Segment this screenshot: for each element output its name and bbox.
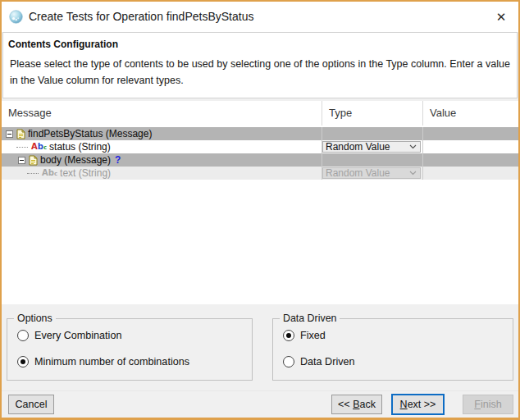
question-mark-badge: ?: [115, 154, 121, 166]
chevron-down-icon: [409, 171, 417, 176]
next-button[interactable]: Next >>: [391, 394, 445, 415]
description-line-2: in the Value column for relevant types.: [10, 72, 510, 89]
button-bar-separator: [2, 390, 518, 391]
step-title: Contents Configuration: [8, 39, 118, 50]
radio-button[interactable]: [283, 356, 294, 368]
value-cell[interactable]: [422, 153, 518, 167]
radio-label: Data Driven: [300, 356, 355, 368]
radio-label: Every Combination: [34, 330, 121, 341]
type-cell: [322, 127, 422, 140]
cancel-button[interactable]: Cancel: [8, 395, 54, 414]
collapse-toggle-icon[interactable]: [6, 130, 13, 138]
message-document-icon: [16, 129, 25, 139]
data-driven-group: Data Driven Fixed Data Driven: [272, 318, 513, 381]
column-header-message: Message: [2, 101, 322, 126]
chevron-down-icon: [409, 144, 417, 149]
value-cell[interactable]: [422, 140, 518, 153]
type-dropdown-value: Random Value: [326, 167, 390, 179]
back-button[interactable]: << Back: [331, 395, 382, 414]
type-cell: Random Value: [322, 140, 422, 153]
close-icon[interactable]: ✕: [487, 2, 515, 32]
radio-button[interactable]: [17, 356, 29, 368]
soapui-globe-icon: [9, 10, 23, 24]
radio-fixed[interactable]: Fixed: [283, 329, 326, 342]
radio-button[interactable]: [283, 330, 294, 341]
wizard-header-panel: Contents Configuration Please select the…: [2, 32, 518, 98]
collapse-toggle-icon[interactable]: [18, 157, 25, 164]
description-line-1: Please select the type of contents to be…: [10, 56, 510, 72]
type-dropdown-value: Random Value: [326, 141, 390, 153]
radio-every-combination[interactable]: Every Combination: [17, 329, 121, 342]
finish-button: Finish: [463, 395, 513, 414]
message-cell: body (Message) ?: [2, 153, 322, 167]
radio-button[interactable]: [17, 330, 29, 341]
table-row[interactable]: Abc status (String) Random Value: [2, 140, 518, 153]
type-cell: [322, 153, 422, 167]
value-cell: [422, 167, 518, 180]
tree-node-label: body (Message): [40, 154, 111, 166]
type-dropdown[interactable]: Random Value: [322, 141, 421, 153]
value-cell[interactable]: [422, 127, 518, 140]
radio-label: Minimum number of combinations: [34, 356, 189, 368]
radio-data-driven[interactable]: Data Driven: [283, 355, 355, 368]
window-title: Create Tests for Operation findPetsBySta…: [29, 2, 253, 32]
radio-label: Fixed: [300, 330, 326, 341]
step-description: Please select the type of contents to be…: [10, 56, 510, 89]
message-cell: findPetsByStatus (Message): [2, 127, 322, 140]
message-cell: Abc text (String): [2, 167, 322, 180]
table-row[interactable]: findPetsByStatus (Message): [2, 127, 518, 140]
tree-node-label: findPetsByStatus (Message): [28, 128, 152, 139]
tree-node-label: text (String): [60, 167, 111, 179]
string-parameter-icon: Abc: [31, 143, 47, 152]
create-tests-dialog: Create Tests for Operation findPetsBySta…: [0, 0, 520, 420]
tree-connector: [27, 173, 39, 174]
radio-minimum-combinations[interactable]: Minimum number of combinations: [17, 355, 189, 368]
data-driven-group-title: Data Driven: [280, 313, 340, 324]
table-header: Message Type Value: [2, 101, 518, 126]
type-cell: Random Value: [322, 167, 422, 180]
title-bar: Create Tests for Operation findPetsBySta…: [2, 2, 518, 32]
contents-table: Message Type Value findPetsByStatu: [2, 101, 518, 304]
column-header-type: Type: [322, 101, 422, 126]
table-row[interactable]: body (Message) ?: [2, 153, 518, 167]
options-group: Options Every Combination Minimum number…: [7, 318, 253, 381]
tree-node-label: status (String): [49, 141, 111, 153]
message-document-icon: [29, 155, 38, 166]
tree-connector: [16, 147, 28, 148]
table-row[interactable]: Abc text (String) Random Value: [2, 167, 518, 180]
message-cell: Abc status (String): [2, 140, 322, 153]
type-dropdown: Random Value: [322, 167, 421, 179]
string-parameter-icon: Abc: [42, 169, 57, 178]
options-group-title: Options: [14, 313, 56, 324]
column-header-value: Value: [422, 101, 518, 126]
